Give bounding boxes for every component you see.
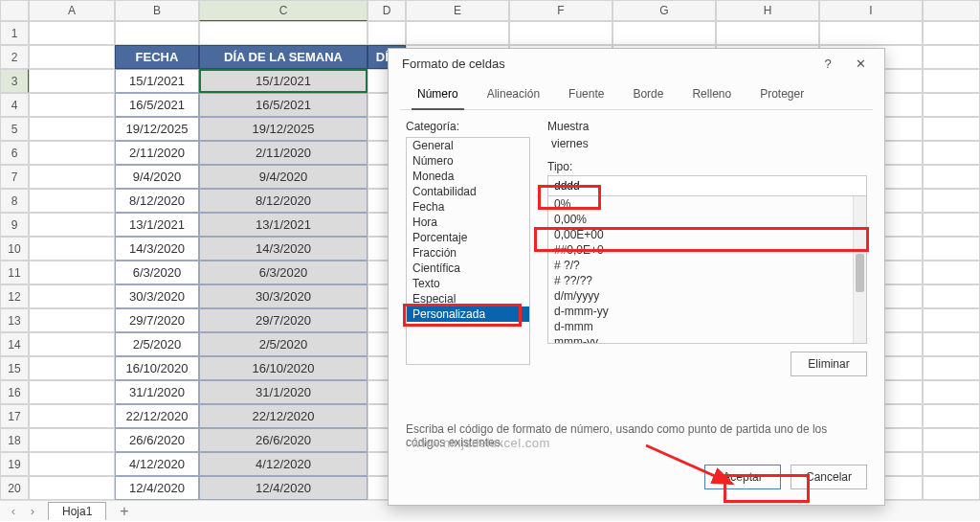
cell[interactable] (923, 189, 980, 213)
cell[interactable] (923, 284, 980, 308)
tab-alineacion[interactable]: Alineación (481, 81, 546, 109)
type-item[interactable]: d-mmm (548, 319, 866, 334)
col-E[interactable]: E (406, 0, 509, 21)
cell[interactable]: 19/12/2025 (199, 117, 368, 141)
row-header[interactable]: 16 (0, 380, 29, 404)
cell[interactable] (29, 45, 115, 69)
category-list[interactable]: GeneralNúmeroMonedaContabilidadFechaHora… (406, 137, 530, 365)
cell[interactable]: 26/6/2020 (115, 428, 199, 452)
cell[interactable]: 2/5/2020 (199, 332, 368, 356)
cell[interactable]: 16/5/2021 (115, 93, 199, 117)
row-header[interactable]: 15 (0, 356, 29, 380)
type-item[interactable]: d/m/yyyy (548, 288, 866, 304)
col-F[interactable]: F (509, 0, 612, 21)
cell[interactable] (612, 21, 716, 45)
type-item[interactable]: 0,00E+00 (548, 227, 866, 242)
type-item[interactable]: # ?/? (548, 258, 866, 273)
cell[interactable]: 13/1/2021 (199, 213, 368, 237)
row-header[interactable]: 7 (0, 165, 29, 189)
cell[interactable]: 2/5/2020 (115, 332, 199, 356)
type-list[interactable]: 0%0,00%0,00E+00##0,0E+0# ?/?# ??/??d/m/y… (547, 196, 867, 344)
cell[interactable]: 4/12/2020 (199, 452, 368, 476)
row-header[interactable]: 12 (0, 284, 29, 308)
type-item[interactable]: 0,00% (548, 212, 866, 227)
cell[interactable] (509, 21, 612, 45)
col-H[interactable]: H (716, 0, 819, 21)
col-D[interactable]: D (368, 0, 406, 21)
row-header[interactable]: 4 (0, 93, 29, 117)
cell[interactable] (923, 93, 980, 117)
cell[interactable] (29, 141, 115, 165)
cell[interactable]: 6/3/2020 (199, 261, 368, 284)
cell[interactable]: 6/3/2020 (115, 261, 199, 284)
cell[interactable] (29, 165, 115, 189)
cell[interactable] (29, 476, 115, 500)
cell[interactable] (923, 476, 980, 500)
row-header[interactable]: 3 (0, 69, 29, 93)
cell[interactable]: 30/3/2020 (115, 284, 199, 308)
row-header[interactable]: 11 (0, 261, 29, 284)
cell[interactable]: DÍA DE LA SEMANA (199, 45, 368, 69)
tipo-input[interactable] (547, 175, 867, 196)
cell[interactable] (29, 428, 115, 452)
aceptar-button[interactable]: Aceptar (704, 465, 781, 489)
row-header[interactable]: 10 (0, 237, 29, 261)
tab-proteger[interactable]: Proteger (754, 81, 810, 109)
dialog-help-button[interactable]: ? (812, 51, 844, 76)
category-item[interactable]: Fecha (407, 199, 529, 215)
cell[interactable]: 8/12/2020 (199, 189, 368, 213)
cell[interactable] (716, 21, 819, 45)
cell[interactable] (923, 165, 980, 189)
cell[interactable]: 13/1/2021 (115, 213, 199, 237)
category-item[interactable]: Número (407, 153, 529, 169)
cell[interactable]: 16/10/2020 (199, 356, 368, 380)
col-G[interactable]: G (612, 0, 716, 21)
cell[interactable]: 29/7/2020 (199, 308, 368, 332)
cell[interactable]: 14/3/2020 (115, 237, 199, 261)
cell[interactable]: 26/6/2020 (199, 428, 368, 452)
cell[interactable] (29, 284, 115, 308)
cell[interactable]: FECHA (115, 45, 199, 69)
cell[interactable] (29, 69, 115, 93)
type-item[interactable]: mmm-yy (548, 334, 866, 344)
category-item[interactable]: Hora (407, 215, 529, 230)
category-item[interactable]: Texto (407, 276, 529, 291)
cell[interactable] (29, 308, 115, 332)
sheet-add-button[interactable]: + (120, 503, 128, 520)
row-header[interactable]: 20 (0, 476, 29, 500)
cell[interactable] (923, 141, 980, 165)
cell[interactable] (923, 428, 980, 452)
cancelar-button[interactable]: Cancelar (791, 465, 867, 489)
cell[interactable] (29, 404, 115, 428)
row-header[interactable]: 19 (0, 452, 29, 476)
cell[interactable]: 4/12/2020 (115, 452, 199, 476)
select-all-corner[interactable] (0, 0, 29, 21)
tab-borde[interactable]: Borde (627, 81, 669, 109)
dialog-close-button[interactable]: ✕ (844, 51, 877, 76)
cell[interactable] (923, 117, 980, 141)
sheet-nav-prev[interactable]: ‹ (4, 503, 23, 520)
cell[interactable] (819, 21, 923, 45)
row-header[interactable]: 18 (0, 428, 29, 452)
cell[interactable] (923, 213, 980, 237)
cell[interactable]: 31/1/2020 (115, 380, 199, 404)
cell[interactable]: 9/4/2020 (115, 165, 199, 189)
cell[interactable] (923, 45, 980, 69)
sheet-nav-next[interactable]: › (23, 503, 42, 520)
cell[interactable]: 9/4/2020 (199, 165, 368, 189)
tab-relleno[interactable]: Relleno (686, 81, 737, 109)
cell[interactable]: 8/12/2020 (115, 189, 199, 213)
row-header[interactable]: 1 (0, 21, 29, 45)
row-header[interactable]: 9 (0, 213, 29, 237)
cell[interactable] (923, 380, 980, 404)
cell[interactable] (29, 189, 115, 213)
cell[interactable] (923, 404, 980, 428)
cell[interactable] (923, 69, 980, 93)
col-B[interactable]: B (115, 0, 199, 21)
cell[interactable] (115, 21, 199, 45)
cell[interactable] (29, 380, 115, 404)
col-extra[interactable] (923, 0, 980, 21)
category-item[interactable]: Moneda (407, 169, 529, 184)
cell[interactable]: 12/4/2020 (199, 476, 368, 500)
row-header[interactable]: 13 (0, 308, 29, 332)
